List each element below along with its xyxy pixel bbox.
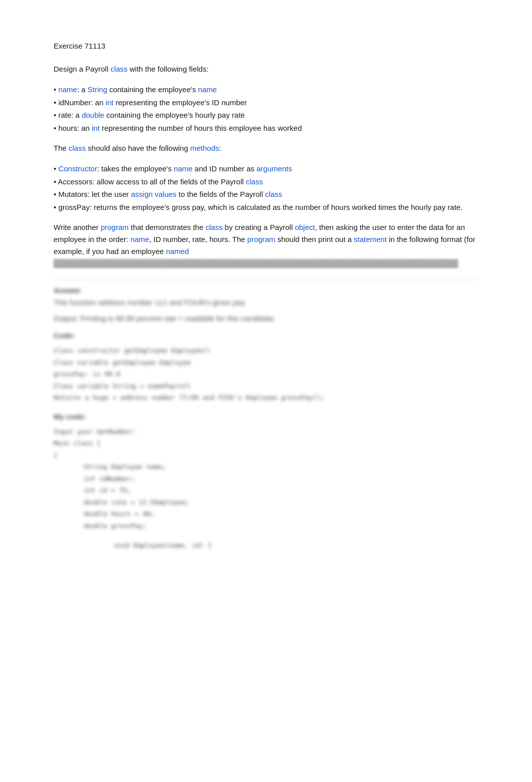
- methods-list: • Constructor: takes the employee's name…: [54, 162, 478, 213]
- program-keyword-1: program: [101, 223, 129, 231]
- field-name-label: name: [58, 85, 77, 94]
- method-constructor: • Constructor: takes the employee's name…: [54, 162, 478, 175]
- field-hours: • hours: an int representing the number …: [54, 122, 478, 135]
- string-keyword: String: [88, 85, 107, 94]
- method-grosspay: • grossPay: returns the employee's gross…: [54, 201, 478, 214]
- class-keyword-2: class: [69, 144, 86, 152]
- class-keyword-1: class: [110, 65, 127, 73]
- output-line-3: {: [54, 450, 478, 460]
- name-ref-2: name: [174, 164, 193, 173]
- name-ref-1: name: [198, 85, 217, 94]
- method-mutators: • Mutators: let the user assign values t…: [54, 188, 478, 201]
- code-line-3: grossPay: is 99.0: [54, 369, 478, 379]
- design-intro: Design a Payroll class with the followin…: [54, 63, 478, 75]
- code-line-2: Class variable getEmployee Employee: [54, 358, 478, 368]
- output-line-4: String Employee name;: [54, 462, 478, 472]
- output-line-8: double hours = 40;: [54, 509, 478, 519]
- program-keyword-2: program: [247, 235, 276, 243]
- field-idnumber: • idNumber: an int representing the empl…: [54, 96, 478, 109]
- assign-values-keyword: assign values: [131, 190, 176, 198]
- methods-keyword: methods: [190, 144, 219, 152]
- section-divider: [54, 279, 478, 279]
- statement-keyword: statement: [354, 235, 387, 243]
- field-rate: • rate: a double containing the employee…: [54, 109, 478, 122]
- fields-list: • name: a String containing the employee…: [54, 83, 478, 134]
- constructor-keyword: Constructor: [58, 164, 97, 173]
- code-line-4: Class variable String = namePayroll: [54, 381, 478, 391]
- my-code-label: My code:: [54, 411, 478, 423]
- object-keyword: object: [295, 223, 315, 231]
- code-line-1: Class constructor getEmployee Employee(): [54, 346, 478, 356]
- output-line-5: int idNumber;: [54, 474, 478, 484]
- output-block: Input your GetNumber: Main class { { Str…: [54, 427, 478, 551]
- double-keyword: double: [82, 111, 104, 119]
- code-label: Code:: [54, 330, 478, 342]
- output-line-6: int id = 75;: [54, 485, 478, 495]
- field-name: • name: a String containing the employee…: [54, 83, 478, 96]
- output-line-11: void Employee(name, id) {: [54, 541, 478, 551]
- int-keyword-1: int: [106, 98, 114, 107]
- blurred-line-1: This function address number 111 and FOU…: [54, 297, 478, 309]
- output-line-1: Input your GetNumber:: [54, 427, 478, 437]
- write-paragraph: Write another program that demonstrates …: [54, 221, 478, 270]
- class-keyword-3: class: [246, 177, 263, 186]
- name-ref-3: name: [130, 235, 149, 243]
- code-block: Class constructor getEmployee Employee()…: [54, 346, 478, 403]
- class-keyword-5: class: [205, 223, 222, 231]
- arguments-keyword: arguments: [256, 164, 292, 173]
- code-line-5: Returns a huge = address number 77/99 an…: [54, 393, 478, 403]
- blurred-answer-section: Answer This function address number 111 …: [54, 279, 478, 551]
- method-accessors: • Accessors: allow access to all of the …: [54, 175, 478, 188]
- output-line-7: double rate = 12.5Employee;: [54, 497, 478, 507]
- answer-label: Answer: [54, 286, 478, 295]
- exercise-title: Exercise 71113: [54, 40, 478, 52]
- output-line-2: Main class {: [54, 438, 478, 448]
- class-keyword-4: class: [265, 190, 282, 198]
- blurred-line-2: Output: Printing is 99.99 percent rate =…: [54, 313, 478, 325]
- methods-intro-text: The class should also have the following…: [54, 142, 478, 154]
- blurred-tail-text: ████████████████████████████████████████…: [54, 259, 458, 268]
- page-container: Exercise 71113 Design a Payroll class wi…: [54, 40, 478, 551]
- output-line-9: double grossPay;: [54, 521, 478, 531]
- named-keyword: named: [166, 247, 189, 255]
- int-keyword-2: int: [92, 124, 100, 132]
